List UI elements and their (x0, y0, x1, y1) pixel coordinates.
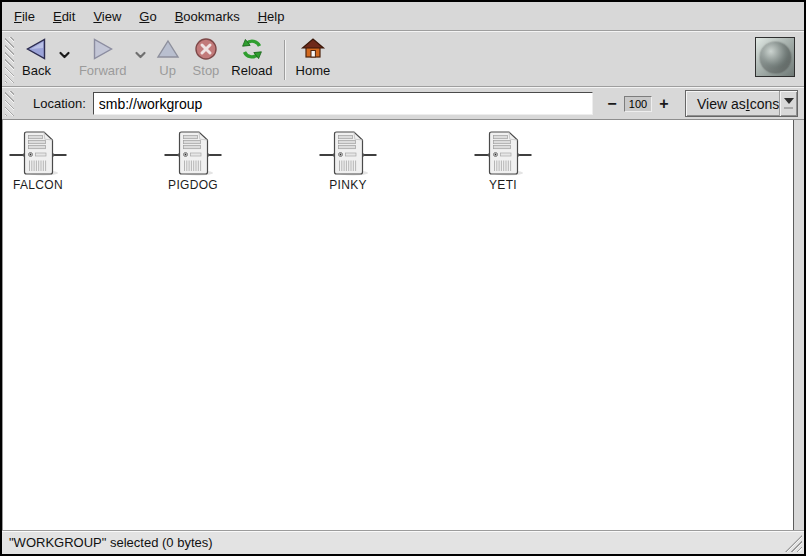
menu-view[interactable]: View (84, 9, 130, 24)
reload-label: Reload (231, 63, 272, 78)
throbber-orb (760, 42, 791, 73)
menu-go[interactable]: Go (130, 9, 165, 24)
up-label: Up (159, 63, 176, 78)
back-history-dropdown[interactable] (57, 34, 73, 60)
file-icon-pigdog[interactable]: PIGDOG (123, 130, 263, 192)
zoom-level-indicator[interactable]: 100 (624, 96, 652, 112)
back-icon (23, 36, 49, 62)
icon-label: FALCON (13, 178, 63, 192)
toolbar: Back Forward Up (2, 31, 804, 87)
content-wrap: FALCON PIGDOG PINKY YETI (2, 120, 804, 530)
location-input[interactable] (93, 92, 593, 115)
icon-view[interactable]: FALCON PIGDOG PINKY YETI (2, 120, 794, 530)
back-button[interactable]: Back (16, 34, 57, 80)
stop-button[interactable]: Stop (187, 34, 226, 80)
forward-icon (90, 36, 116, 62)
server-icon (319, 130, 377, 176)
zoom-out-button[interactable]: − (605, 97, 619, 111)
status-bar: "WORKGROUP" selected (0 bytes) (2, 530, 804, 554)
home-button[interactable]: Home (290, 34, 337, 80)
back-label: Back (22, 63, 51, 78)
zoom-in-button[interactable]: + (657, 97, 671, 111)
chevron-down-icon (134, 51, 147, 60)
toolbar-grip[interactable] (5, 37, 14, 83)
status-text: "WORKGROUP" selected (0 bytes) (9, 535, 213, 550)
icon-label: YETI (489, 178, 517, 192)
location-bar: Location: − 100 + View as Icons (2, 87, 804, 120)
icon-label: PIGDOG (168, 178, 218, 192)
chevron-down-icon (58, 51, 71, 60)
throbber-icon (755, 37, 795, 77)
server-icon (164, 130, 222, 176)
up-icon (155, 36, 181, 62)
resize-grip-icon[interactable] (785, 535, 802, 552)
menu-file[interactable]: File (5, 9, 44, 24)
icon-label: PINKY (329, 178, 367, 192)
reload-button[interactable]: Reload (225, 34, 278, 80)
dropdown-arrow-icon (779, 91, 797, 116)
file-icon-pinky[interactable]: PINKY (278, 130, 418, 192)
stop-label: Stop (193, 63, 220, 78)
reload-icon (239, 36, 265, 62)
file-icon-yeti[interactable]: YETI (433, 130, 573, 192)
menubar: File Edit View Go Bookmarks Help (2, 2, 804, 31)
server-icon (474, 130, 532, 176)
server-icon (9, 130, 67, 176)
toolbar-separator (284, 40, 285, 80)
view-as-dropdown[interactable]: View as Icons (685, 90, 798, 117)
stop-icon (193, 36, 219, 62)
home-label: Home (296, 63, 331, 78)
forward-history-dropdown[interactable] (133, 34, 149, 60)
location-bar-grip[interactable] (5, 91, 14, 116)
menu-bookmarks[interactable]: Bookmarks (166, 9, 249, 24)
menu-help[interactable]: Help (249, 9, 294, 24)
location-label: Location: (33, 96, 86, 111)
forward-label: Forward (79, 63, 127, 78)
forward-button[interactable]: Forward (73, 34, 133, 80)
view-as-label: View as Icons (686, 91, 779, 116)
home-icon (300, 36, 326, 62)
file-manager-window: File Edit View Go Bookmarks Help Back Fo… (0, 0, 806, 556)
file-icon-falcon[interactable]: FALCON (0, 130, 108, 192)
menu-edit[interactable]: Edit (44, 9, 84, 24)
up-button[interactable]: Up (149, 34, 187, 80)
